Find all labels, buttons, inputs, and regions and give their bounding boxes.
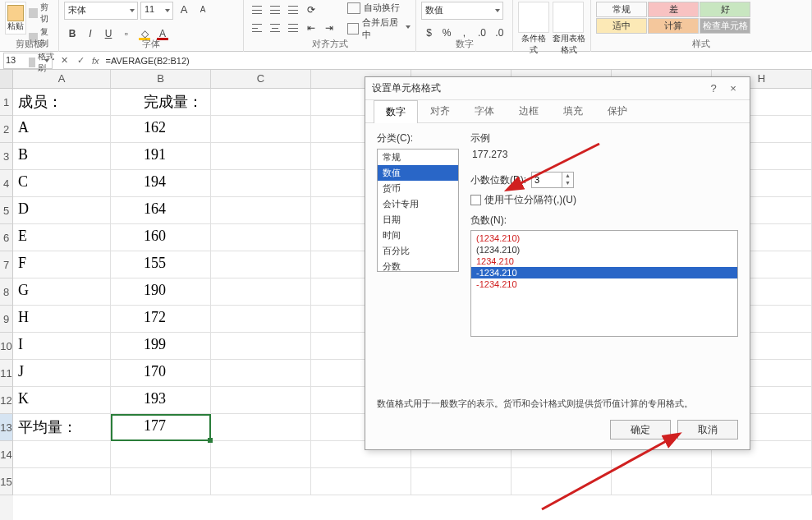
cell[interactable]: [211, 333, 311, 360]
row-header[interactable]: 10: [0, 333, 13, 360]
align-top-button[interactable]: [249, 2, 265, 18]
cell[interactable]: [211, 143, 311, 170]
fx-icon[interactable]: fx: [92, 56, 99, 66]
font-name-select[interactable]: 宋体: [64, 2, 138, 20]
cell[interactable]: B: [13, 143, 111, 170]
dialog-tab[interactable]: 字体: [462, 99, 507, 122]
accept-formula-button[interactable]: ✓: [72, 55, 89, 66]
cell[interactable]: 193: [111, 387, 211, 414]
row-header[interactable]: 11: [0, 360, 13, 387]
number-format-select[interactable]: 数值: [421, 2, 503, 20]
cell[interactable]: [211, 251, 311, 278]
cell[interactable]: [211, 360, 311, 387]
dialog-close-button[interactable]: ×: [723, 82, 743, 94]
category-item[interactable]: 数值: [378, 165, 458, 181]
row-header[interactable]: 9: [0, 306, 13, 333]
cell[interactable]: 160: [111, 224, 211, 251]
align-right-button[interactable]: [285, 20, 301, 36]
conditional-format-button[interactable]: 条件格式: [518, 2, 549, 56]
dialog-titlebar[interactable]: 设置单元格格式 ? ×: [365, 77, 750, 100]
orientation-button[interactable]: ⟳: [303, 2, 319, 18]
cell[interactable]: G: [13, 278, 111, 306]
row-header[interactable]: 5: [0, 197, 13, 224]
cell[interactable]: 164: [111, 197, 211, 224]
category-item[interactable]: 常规: [378, 150, 458, 165]
font-decrease-button[interactable]: A: [195, 2, 211, 18]
cell-styles-gallery[interactable]: 常规 差 好 适中 计算 检查单元格: [596, 2, 750, 34]
row-header[interactable]: 2: [0, 116, 13, 143]
align-center-button[interactable]: [267, 20, 283, 36]
negative-numbers-listbox[interactable]: (1234.210)(1234.210)1234.210-1234.210-12…: [470, 230, 738, 337]
dialog-tab[interactable]: 数字: [374, 100, 418, 123]
cell[interactable]: 177: [111, 414, 211, 441]
cell[interactable]: [13, 441, 111, 468]
cell[interactable]: [712, 468, 812, 495]
paste-button[interactable]: 粘贴: [5, 2, 26, 35]
cell[interactable]: [411, 468, 512, 495]
cell[interactable]: E: [13, 224, 111, 251]
wrap-text-button[interactable]: 自动换行: [347, 2, 411, 14]
cell[interactable]: F: [13, 251, 111, 278]
category-item[interactable]: 货币: [378, 181, 458, 196]
cell[interactable]: D: [13, 197, 111, 224]
align-left-button[interactable]: [249, 20, 265, 36]
dialog-tab[interactable]: 保护: [595, 99, 640, 122]
style-check[interactable]: 检查单元格: [700, 18, 750, 34]
cell[interactable]: 162: [111, 116, 211, 143]
category-item[interactable]: 日期: [378, 212, 458, 228]
cell[interactable]: 成员：: [13, 89, 111, 116]
cell[interactable]: [211, 170, 311, 197]
cell[interactable]: J: [13, 360, 111, 387]
row-header[interactable]: 14: [0, 441, 13, 468]
cell[interactable]: 平均量：: [13, 414, 111, 441]
cell[interactable]: 172: [111, 306, 211, 333]
cell[interactable]: A: [13, 116, 111, 143]
cell[interactable]: [211, 387, 311, 414]
cell[interactable]: [211, 197, 311, 224]
dialog-tab[interactable]: 边框: [507, 99, 551, 122]
negative-option[interactable]: 1234.210: [471, 255, 737, 267]
format-as-table-button[interactable]: 套用表格格式: [553, 2, 585, 56]
cell[interactable]: [211, 224, 311, 251]
cell[interactable]: [612, 468, 712, 495]
column-header[interactable]: B: [111, 70, 211, 89]
row-header[interactable]: 15: [0, 468, 13, 495]
formula-input[interactable]: =AVERAGE(B2:B12): [103, 54, 812, 67]
column-header[interactable]: C: [211, 70, 311, 89]
category-listbox[interactable]: 常规数值货币会计专用日期时间百分比分数科学记数文本特殊自定义: [377, 149, 459, 272]
category-item[interactable]: 分数: [378, 259, 458, 272]
row-header[interactable]: 7: [0, 251, 13, 278]
negative-option[interactable]: (1234.210): [471, 244, 737, 255]
cell[interactable]: [13, 468, 111, 495]
cell[interactable]: K: [13, 387, 111, 414]
font-size-select[interactable]: 11: [140, 2, 173, 20]
dialog-tab[interactable]: 对齐: [418, 99, 462, 122]
indent-increase-button[interactable]: ⇥: [321, 20, 337, 36]
spin-up-button[interactable]: ▲: [562, 173, 573, 180]
decimal-places-input[interactable]: [532, 173, 562, 187]
cell[interactable]: I: [13, 333, 111, 360]
cell[interactable]: 155: [111, 251, 211, 278]
row-header[interactable]: 3: [0, 143, 13, 170]
decimal-places-spinner[interactable]: ▲▼: [531, 172, 574, 188]
thousands-checkbox[interactable]: [470, 195, 481, 205]
cell[interactable]: [211, 89, 311, 116]
cell[interactable]: 199: [111, 333, 211, 360]
cancel-formula-button[interactable]: ✕: [56, 55, 72, 66]
style-calc[interactable]: 计算: [648, 18, 699, 34]
cell[interactable]: 194: [111, 170, 211, 197]
cell[interactable]: [512, 468, 612, 495]
cell[interactable]: 170: [111, 360, 211, 387]
cell[interactable]: [111, 441, 211, 468]
style-neutral[interactable]: 适中: [596, 18, 647, 34]
cell[interactable]: [311, 468, 411, 495]
ok-button[interactable]: 确定: [610, 420, 671, 439]
style-normal[interactable]: 常规: [596, 2, 647, 17]
cancel-button[interactable]: 取消: [677, 420, 738, 439]
font-increase-button[interactable]: A: [176, 2, 192, 18]
category-item[interactable]: 百分比: [378, 243, 458, 259]
category-item[interactable]: 会计专用: [378, 196, 458, 212]
align-middle-button[interactable]: [267, 2, 283, 18]
row-header[interactable]: 13: [0, 414, 13, 441]
row-header[interactable]: 12: [0, 387, 13, 414]
